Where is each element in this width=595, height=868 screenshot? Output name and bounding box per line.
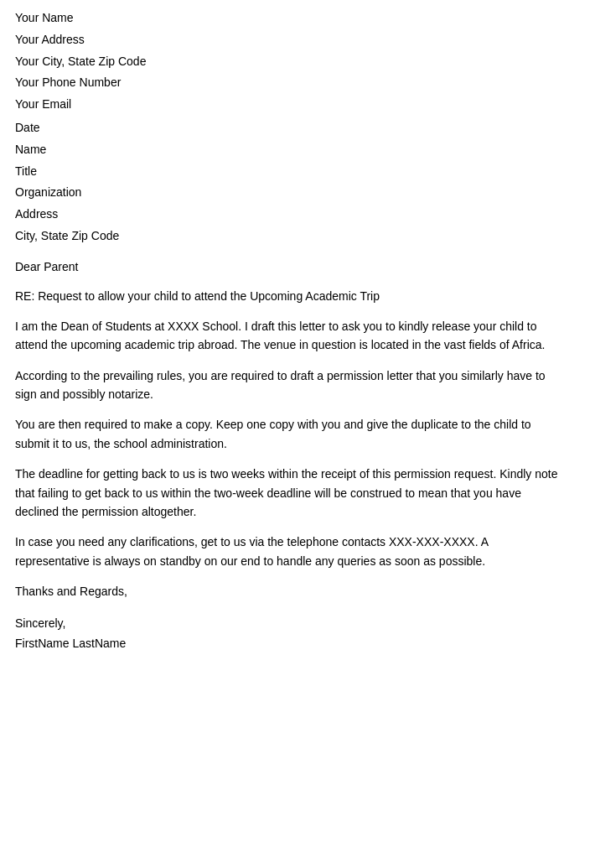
letter-container: Your Name Your Address Your City, State … [8,8,570,653]
date-line: Date [15,118,563,138]
recipient-block: Name Title Organization Address City, St… [15,140,563,247]
recipient-organization: Organization [15,183,563,203]
sender-block: Your Name Your Address Your City, State … [15,8,563,115]
body-paragraph-1: I am the Dean of Students at XXXX School… [15,317,563,355]
sender-address: Your Address [15,30,563,50]
thanks-line: Thanks and Regards, [15,582,563,602]
body-paragraph-2: According to the prevailing rules, you a… [15,366,563,404]
body-paragraph-4: The deadline for getting back to us is t… [15,465,563,521]
sender-name: Your Name [15,8,563,29]
re-line: RE: Request to allow your child to atten… [15,288,563,305]
recipient-address: Address [15,205,563,225]
body-paragraph-5: In case you need any clarifications, get… [15,533,563,570]
body-paragraph-3: You are then required to make a copy. Ke… [15,415,563,453]
signer-name: FirstName LastName [15,634,563,654]
recipient-name: Name [15,140,563,160]
closing-block: Thanks and Regards, [15,582,563,602]
sender-city-state-zip: Your City, State Zip Code [15,52,563,72]
sincerely-line: Sincerely, [15,614,563,634]
recipient-city-state-zip: City, State Zip Code [15,226,563,247]
sincerely-block: Sincerely, FirstName LastName [15,614,563,654]
salutation: Dear Parent [15,258,563,276]
sender-phone: Your Phone Number [15,73,563,93]
sender-email: Your Email [15,95,563,115]
recipient-title: Title [15,162,563,182]
